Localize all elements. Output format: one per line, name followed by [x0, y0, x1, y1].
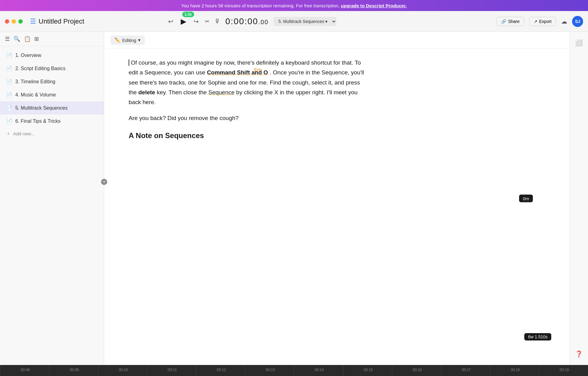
add-new-button[interactable]: ＋ Add new...	[0, 128, 104, 140]
project-title: Untitled Project	[39, 17, 84, 25]
sidebar-item-label: 5. Multitrack Sequences	[15, 105, 68, 111]
ruler-tick: 00:16	[392, 365, 441, 375]
document-icon-3: 📄	[6, 79, 12, 85]
toolbar-right: 🔗 Share ↗ Export ☁ SJ	[496, 16, 583, 27]
document-icon: 📄	[6, 52, 12, 58]
ruler-tick: 00:11	[147, 365, 196, 375]
editor-content[interactable]: Of course, as you might imagine by now, …	[104, 49, 386, 365]
document-icon-5: 📄	[6, 105, 12, 111]
close-button[interactable]	[5, 19, 9, 24]
sidebar-item-label: 2. Script Editing Basics	[15, 66, 66, 71]
sidebar-item-timeline-editing[interactable]: 📄 3. Timeline Editing	[0, 75, 104, 88]
avatar[interactable]: SJ	[572, 16, 583, 27]
sidebar-item-music-volume[interactable]: 📄 4. Music & Volume	[0, 88, 104, 101]
project-icon: ☰	[30, 17, 36, 25]
ruler-tick: 00:17	[441, 365, 490, 375]
sidebar-item-script-editing[interactable]: 📄 2. Script Editing Basics	[0, 62, 104, 75]
upgrade-link[interactable]: upgrade to Descript Producer.	[341, 3, 407, 8]
notification-bar: You have 2 hours 58 minutes of transcrip…	[0, 0, 588, 11]
sidebar-item-final-tips[interactable]: 📄 6. Final Tips & Tricks	[0, 115, 104, 128]
sidebar-item-label: 6. Final Tips & Tricks	[15, 118, 61, 124]
author-label: Erin	[254, 67, 262, 72]
sidebar-toolbar: ☰ 🔍 📋 ⊞	[0, 36, 104, 46]
sidebar-resize-handle[interactable]: ✛	[101, 179, 107, 185]
cloud-button[interactable]: ☁	[561, 18, 567, 25]
editor-toolbar: ✏️ Editing ▾	[104, 32, 570, 49]
add-icon: ＋	[6, 131, 11, 137]
rewind-button[interactable]: ↩	[167, 17, 175, 26]
document-icon-6: 📄	[6, 118, 12, 124]
sequence-keyword: Sequence	[208, 89, 235, 96]
ruler-tick: 00:18	[490, 365, 539, 375]
sidebar-list: 📄 1. Overview 📄 2. Script Editing Basics…	[0, 46, 104, 361]
ruler-tick: 00:15	[343, 365, 392, 375]
menu-toggle-button[interactable]: ☰	[5, 36, 10, 42]
transport-controls: 1.3x ↩ ▶ ↪ ✂ 🎙 0:00:00.00 5. Multitrack …	[167, 16, 336, 27]
grid-button[interactable]: ⊞	[34, 36, 39, 42]
share-button[interactable]: 🔗 Share	[496, 17, 524, 26]
play-button[interactable]: ▶	[179, 16, 187, 27]
ruler-tick: 00:13	[245, 365, 294, 375]
export-button[interactable]: ↗ Export	[529, 17, 556, 26]
timecode: 0:00:00.00	[225, 17, 269, 26]
sidebar-item-overview[interactable]: 📄 1. Overview	[0, 49, 104, 62]
ruler-tick: 00:14	[294, 365, 343, 375]
title-bar: ☰ Untitled Project 1.3x ↩ ▶ ↪ ✂ 🎙 0:00:0…	[0, 11, 588, 32]
sidebar-item-label: 4. Music & Volume	[15, 92, 56, 98]
sequence-selector[interactable]: 5. Multitrack Sequences ▾	[273, 17, 336, 26]
right-panel: ⬜ ❓	[570, 32, 588, 365]
timeline-ruler: 00:0800:0900:1000:1100:1200:1300:1400:15…	[0, 365, 588, 375]
editor-area: ✏️ Editing ▾ Erin Of course, as you migh…	[104, 32, 570, 365]
main-layout: ☰ 🔍 📋 ⊞ 📄 1. Overview 📄 2. Script Editin…	[0, 32, 588, 365]
layout-panel-button[interactable]: ⬜	[575, 39, 583, 47]
sidebar-item-label: 3. Timeline Editing	[15, 79, 55, 85]
share-icon: 🔗	[501, 19, 506, 24]
fast-forward-button[interactable]: ↪	[192, 17, 200, 26]
word-count-badge: 6w 1.510s	[524, 333, 551, 340]
chevron-down-icon: ▾	[138, 37, 141, 43]
duplicate-button[interactable]: 📋	[24, 36, 31, 42]
export-icon: ↗	[534, 19, 537, 24]
traffic-lights	[5, 19, 23, 24]
document-icon-4: 📄	[6, 92, 12, 98]
timeline: 00:0800:0900:1000:1100:1200:1300:1400:15…	[0, 365, 588, 376]
paragraph-2: Are you back? Did you remove the cough?	[129, 113, 368, 123]
timeline-words: stuThanksSophieandaspeainseparate micran…	[0, 375, 588, 376]
mic-button[interactable]: 🎙	[214, 18, 221, 25]
document-icon-2: 📄	[6, 66, 12, 71]
ruler-tick: 00:12	[196, 365, 245, 375]
section-heading: A Note on Sequences	[129, 130, 368, 142]
minimize-button[interactable]	[12, 19, 16, 24]
delete-keyword: delete	[138, 89, 155, 96]
sidebar: ☰ 🔍 📋 ⊞ 📄 1. Overview 📄 2. Script Editin…	[0, 32, 104, 365]
sidebar-item-label: 1. Overview	[15, 53, 41, 58]
time-marker: 0m	[519, 195, 533, 202]
notification-text: You have 2 hours 58 minutes of transcrip…	[181, 3, 340, 8]
ruler-tick: 00:10	[98, 365, 147, 375]
editing-mode-button[interactable]: ✏️ Editing ▾	[110, 36, 145, 45]
ruler-tick: 00:09	[49, 365, 98, 375]
help-button[interactable]: ❓	[575, 350, 583, 358]
fullscreen-button[interactable]	[18, 19, 23, 24]
project-title-area: ☰ Untitled Project	[30, 17, 84, 25]
pencil-icon: ✏️	[115, 37, 120, 43]
speed-badge[interactable]: 1.3x	[182, 12, 194, 17]
split-button[interactable]: ✂	[205, 18, 209, 25]
ruler-tick: 00:19	[539, 365, 588, 375]
search-button[interactable]: 🔍	[13, 36, 20, 42]
paragraph-1: Of course, as you might imagine by now, …	[129, 58, 368, 107]
ruler-tick: 00:08	[0, 365, 49, 375]
sidebar-item-multitrack[interactable]: 📄 5. Multitrack Sequences	[0, 101, 104, 115]
